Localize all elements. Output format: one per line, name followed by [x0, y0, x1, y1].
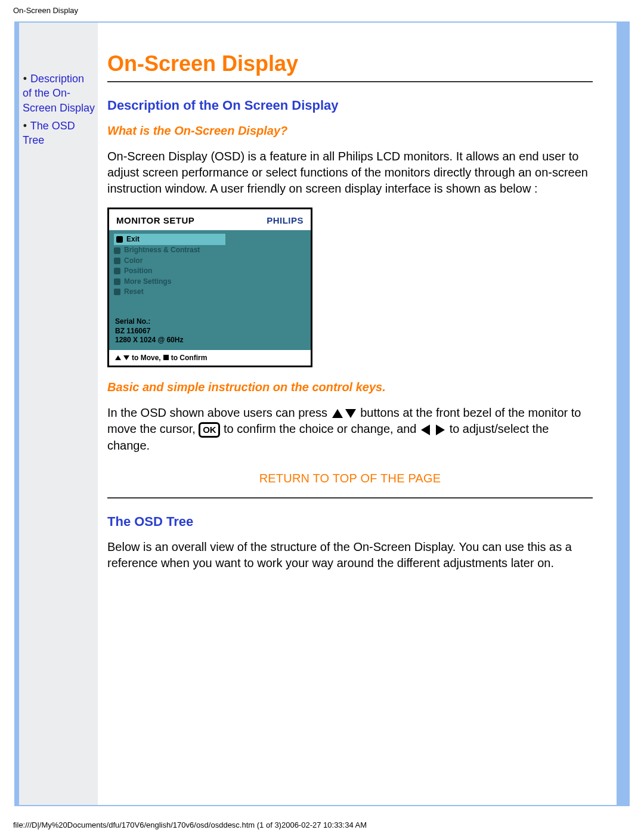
divider	[107, 497, 593, 498]
page-viewport: On-Screen Display • Description of the O…	[0, 0, 644, 833]
paragraph-osd-description: On-Screen Display (OSD) is a feature in …	[107, 148, 593, 197]
osd-footer-confirm: to Confirm	[171, 354, 208, 362]
ok-button-icon: OK	[199, 422, 220, 438]
sidenav-link-osd-tree[interactable]: The OSD Tree	[23, 120, 75, 146]
osd-resolution: 1280 X 1024 @ 60Hz	[115, 336, 305, 345]
left-right-arrows-icon	[420, 424, 446, 436]
instr-seg-1: In the OSD shown above users can press	[107, 406, 327, 419]
paragraph-instructions: In the OSD shown above users can press b…	[107, 405, 593, 454]
paragraph-osd-tree: Below is an overall view of the structur…	[107, 539, 593, 571]
osd-serial-block: Serial No.: BZ 116067 1280 X 1024 @ 60Hz	[109, 314, 311, 350]
osd-footer: to Move, to Confirm	[109, 350, 311, 366]
sidenav-link-description[interactable]: Description of the On-Screen Display	[23, 73, 95, 114]
menu-icon	[114, 278, 120, 285]
menu-icon	[116, 236, 123, 243]
osd-footer-move: to Move,	[132, 354, 161, 362]
divider	[107, 81, 593, 82]
osd-menu-item-position: Position	[114, 266, 225, 276]
instr-seg-3: to confirm the choice or change, and	[224, 422, 420, 435]
osd-menu-item-more: More Settings	[114, 277, 225, 287]
side-navigation: • Description of the On-Screen Display •…	[19, 23, 98, 805]
right-border-stripe	[617, 23, 628, 805]
menu-icon	[114, 258, 120, 264]
osd-serial-label: Serial No.:	[115, 317, 305, 327]
osd-brand: PHILIPS	[267, 215, 304, 225]
menu-icon	[114, 289, 120, 295]
menu-icon	[114, 268, 120, 274]
page-title: On-Screen Display	[107, 51, 593, 76]
return-to-top[interactable]: RETURN TO TOP OF THE PAGE	[107, 472, 593, 485]
section-heading-osd-tree: The OSD Tree	[107, 514, 593, 529]
bullet-icon: •	[23, 119, 27, 133]
osd-serial-value: BZ 116067	[115, 327, 305, 336]
subheading-what-is-osd: What is the On-Screen Display?	[107, 124, 593, 138]
osd-menu-item-brightness: Brightness & Contrast	[114, 245, 225, 255]
footer-file-path: file:///D|/My%20Documents/dfu/170V6/engl…	[13, 820, 367, 829]
osd-menu-item-reset: Reset	[114, 287, 225, 297]
menu-icon	[114, 247, 120, 254]
osd-title: MONITOR SETUP	[116, 215, 194, 225]
osd-header: MONITOR SETUP PHILIPS	[109, 209, 311, 230]
window-title: On-Screen Display	[13, 6, 78, 15]
osd-body: Exit Brightness & Contrast Color Positio…	[109, 230, 311, 314]
up-down-arrows-icon	[331, 408, 357, 420]
square-icon	[163, 355, 169, 360]
page-frame: • Description of the On-Screen Display •…	[14, 21, 630, 806]
osd-menu-item-exit: Exit	[114, 234, 225, 245]
return-to-top-link[interactable]: RETURN TO TOP OF THE PAGE	[259, 472, 441, 485]
main-content: On-Screen Display Description of the On …	[98, 23, 617, 805]
sidenav-item-osd-tree[interactable]: • The OSD Tree	[23, 119, 95, 148]
section-heading-description: Description of the On Screen Display	[107, 98, 593, 113]
sidenav-item-description[interactable]: • Description of the On-Screen Display	[23, 72, 95, 115]
osd-right-pane	[230, 230, 311, 314]
osd-screenshot: MONITOR SETUP PHILIPS Exit Brightness & …	[107, 208, 312, 367]
subheading-instructions: Basic and simple instruction on the cont…	[107, 380, 593, 394]
bullet-icon: •	[23, 72, 27, 86]
triangle-down-icon	[123, 355, 129, 360]
osd-menu-item-color: Color	[114, 256, 225, 266]
triangle-up-icon	[115, 355, 121, 360]
osd-menu: Exit Brightness & Contrast Color Positio…	[109, 230, 230, 314]
